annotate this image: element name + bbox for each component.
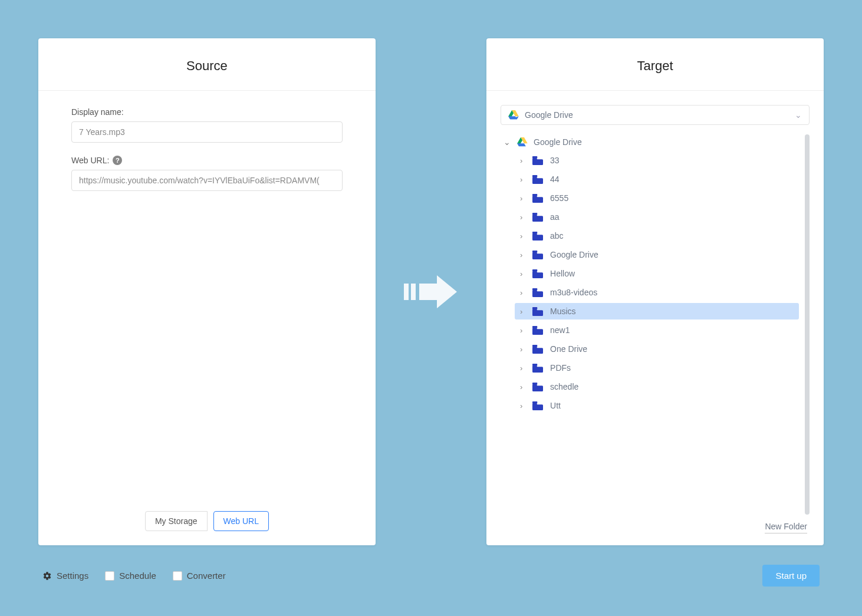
checkbox-icon [105, 571, 114, 581]
scrollbar[interactable] [805, 134, 810, 515]
folder-icon [532, 232, 543, 241]
folder-icon [532, 364, 543, 373]
svg-rect-1 [411, 284, 416, 300]
web-url-label: Web URL: ? [71, 156, 343, 165]
chevron-right-icon[interactable]: › [517, 326, 525, 335]
svg-rect-11 [532, 175, 537, 177]
svg-rect-21 [532, 364, 537, 366]
folder-icon [532, 156, 543, 165]
tree-item-label: One Drive [550, 344, 587, 354]
tree-item-label: 44 [550, 174, 560, 184]
tree-item[interactable]: ›m3u8-videos [515, 284, 799, 301]
chevron-right-icon[interactable]: › [517, 288, 525, 297]
tree-item-label: Google Drive [550, 250, 598, 259]
chevron-right-icon[interactable]: › [517, 232, 525, 241]
svg-marker-6 [508, 116, 517, 119]
folder-icon [532, 194, 543, 203]
folder-tree: ⌄ Google Drive ›33›44›6555›aa›abc›Google… [501, 134, 810, 515]
tree-item[interactable]: ›aa [515, 209, 799, 225]
chevron-right-icon[interactable]: › [517, 401, 525, 410]
bottom-bar: Settings Schedule Converter Start up [42, 565, 820, 587]
folder-icon [532, 288, 543, 297]
chevron-right-icon[interactable]: › [517, 345, 525, 354]
tree-item[interactable]: ›33 [515, 152, 799, 169]
tree-item-label: Hellow [550, 269, 575, 278]
svg-rect-18 [532, 307, 537, 309]
tree-item-label: 33 [550, 156, 560, 165]
checkbox-icon [173, 571, 182, 581]
tree-item-label: new1 [550, 325, 570, 335]
folder-icon [532, 345, 543, 354]
gear-icon [42, 571, 52, 581]
converter-toggle[interactable]: Converter [173, 571, 226, 581]
svg-rect-12 [532, 194, 537, 196]
chevron-right-icon[interactable]: › [517, 175, 525, 184]
tree-item-label: abc [550, 231, 564, 241]
tree-item-label: Utt [550, 401, 561, 410]
svg-rect-13 [532, 213, 537, 215]
tree-item-label: 6555 [550, 193, 568, 203]
chevron-down-icon[interactable]: ⌄ [503, 137, 511, 147]
chevron-down-icon: ⌄ [795, 110, 802, 120]
new-folder-button[interactable]: New Folder [501, 515, 810, 533]
chevron-right-icon[interactable]: › [517, 194, 525, 203]
folder-icon [532, 326, 543, 335]
settings-button[interactable]: Settings [42, 571, 88, 581]
tree-item[interactable]: ›Utt [515, 397, 799, 414]
tree-item[interactable]: ›Google Drive [515, 246, 799, 263]
chevron-right-icon[interactable]: › [517, 383, 525, 391]
tab-my-storage[interactable]: My Storage [145, 511, 208, 531]
display-name-input[interactable] [71, 121, 343, 143]
tree-item-label: schedle [550, 382, 578, 391]
google-drive-icon [517, 137, 528, 147]
source-tabs: My Storage Web URL [38, 503, 376, 545]
tree-item[interactable]: ›Musics [515, 303, 799, 319]
folder-icon [532, 213, 543, 222]
start-button[interactable]: Start up [762, 565, 820, 587]
folder-icon [532, 175, 543, 184]
tree-item-label: m3u8-videos [550, 288, 597, 297]
help-icon[interactable]: ? [113, 156, 122, 165]
source-title: Source [38, 38, 376, 91]
tree-item[interactable]: ›new1 [515, 322, 799, 338]
folder-icon [532, 383, 543, 391]
tree-item[interactable]: ›Hellow [515, 265, 799, 282]
source-panel: Source Display name: Web URL: ? My Stora… [38, 38, 376, 545]
transfer-arrow-icon [399, 274, 463, 309]
chevron-right-icon[interactable]: › [517, 269, 525, 278]
drive-select-label: Google Drive [525, 110, 573, 120]
svg-rect-0 [404, 284, 409, 300]
tree-item[interactable]: ›44 [515, 171, 799, 187]
svg-rect-20 [532, 345, 537, 347]
chevron-right-icon[interactable]: › [517, 156, 525, 165]
svg-rect-19 [532, 326, 537, 328]
folder-icon [532, 251, 543, 259]
chevron-right-icon[interactable]: › [517, 364, 525, 373]
google-drive-icon [508, 110, 519, 120]
svg-rect-22 [532, 383, 537, 385]
tree-item[interactable]: ›schedle [515, 378, 799, 395]
display-name-label: Display name: [71, 107, 343, 117]
tree-item[interactable]: ›abc [515, 228, 799, 244]
drive-select[interactable]: Google Drive ⌄ [501, 105, 810, 125]
schedule-toggle[interactable]: Schedule [105, 571, 156, 581]
folder-icon [532, 269, 543, 278]
tree-item[interactable]: ›6555 [515, 190, 799, 206]
tree-item-label: Musics [550, 307, 576, 316]
tab-web-url[interactable]: Web URL [213, 511, 269, 531]
svg-rect-15 [532, 251, 537, 253]
tree-item[interactable]: ›PDFs [515, 360, 799, 376]
chevron-right-icon[interactable]: › [517, 307, 525, 316]
folder-icon [532, 307, 543, 316]
target-title: Target [486, 38, 824, 91]
chevron-right-icon[interactable]: › [517, 213, 525, 222]
tree-root[interactable]: ⌄ Google Drive [501, 134, 799, 150]
tree-root-label: Google Drive [534, 137, 582, 147]
web-url-input[interactable] [71, 170, 343, 191]
chevron-right-icon[interactable]: › [517, 251, 525, 259]
svg-marker-9 [517, 143, 526, 146]
svg-rect-10 [532, 156, 537, 159]
tree-item[interactable]: ›One Drive [515, 341, 799, 357]
target-panel: Target Google Drive ⌄ ⌄ [486, 38, 824, 545]
svg-rect-23 [532, 401, 537, 404]
